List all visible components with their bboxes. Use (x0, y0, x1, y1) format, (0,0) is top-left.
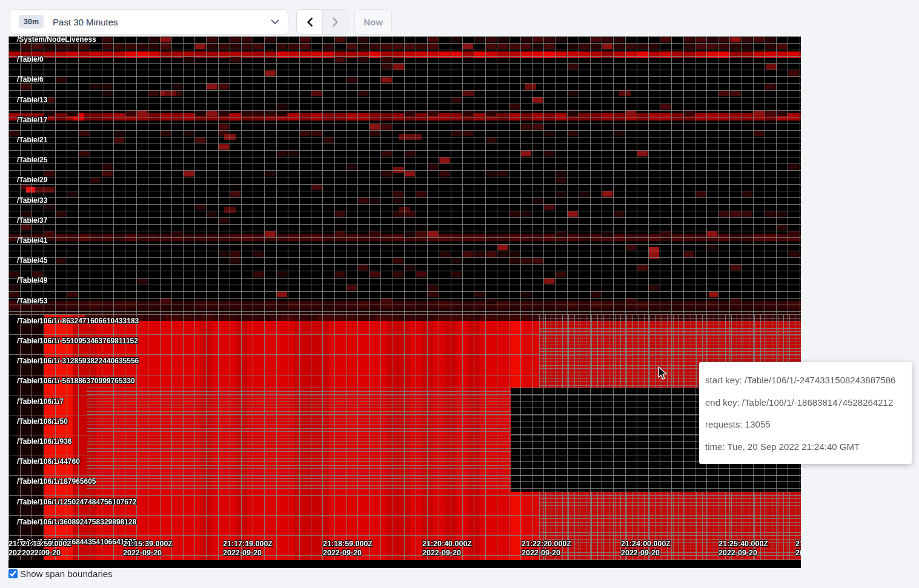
time-range-select[interactable]: 30m Past 30 Minutes (10, 9, 288, 35)
chevron-left-icon (305, 17, 314, 27)
show-span-boundaries-control[interactable]: Show span boundaries (8, 569, 113, 579)
time-range-badge: 30m (19, 15, 44, 28)
tooltip-time: time: Tue, 20 Sep 2022 21:24:40 GMT (705, 436, 906, 458)
show-span-boundaries-label: Show span boundaries (20, 569, 113, 579)
tooltip-end-key: end key: /Table/106/1/-18683814745282642… (705, 392, 906, 414)
key-visualizer-page: 30m Past 30 Minutes Now /System/NodeLive… (0, 0, 919, 588)
time-range-label: Past 30 Minutes (53, 17, 271, 27)
chevron-right-icon (331, 17, 340, 27)
now-button[interactable]: Now (354, 9, 392, 35)
key-visualizer-heatmap: /System/NodeLiveness/Table/0/Table/6/Tab… (8, 36, 801, 568)
prev-time-button[interactable] (297, 10, 322, 34)
hover-tooltip: start key: /Table/106/1/-247433150824388… (699, 362, 912, 464)
tooltip-start-key: start key: /Table/106/1/-247433150824388… (705, 369, 906, 392)
chevron-down-icon (271, 19, 279, 25)
time-nav-group (296, 9, 348, 35)
show-span-boundaries-checkbox[interactable] (8, 569, 18, 578)
heatmap-canvas[interactable] (8, 36, 801, 568)
next-time-button[interactable] (322, 10, 348, 34)
tooltip-requests: requests: 13055 (705, 414, 906, 436)
